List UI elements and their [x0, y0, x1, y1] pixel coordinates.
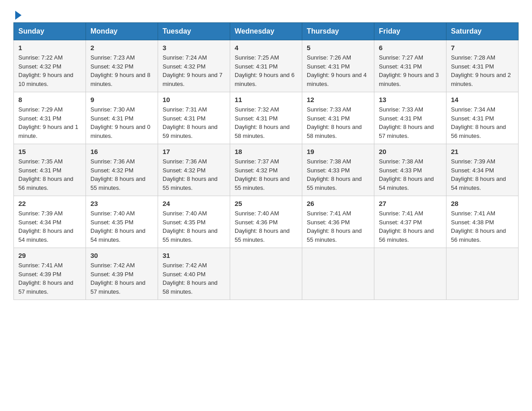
day-number: 25	[235, 200, 297, 207]
day-info: Sunrise: 7:40 AMSunset: 4:35 PMDaylight:…	[90, 209, 153, 244]
calendar-cell: 27Sunrise: 7:41 AMSunset: 4:37 PMDayligh…	[374, 196, 446, 248]
day-number: 4	[235, 44, 297, 51]
calendar-cell: 17Sunrise: 7:36 AMSunset: 4:32 PMDayligh…	[158, 144, 230, 196]
day-number: 2	[90, 44, 153, 51]
day-info: Sunrise: 7:30 AMSunset: 4:31 PMDaylight:…	[90, 105, 153, 140]
day-number: 30	[90, 252, 153, 259]
calendar-cell: 30Sunrise: 7:42 AMSunset: 4:39 PMDayligh…	[86, 248, 158, 300]
calendar-cell: 2Sunrise: 7:23 AMSunset: 4:32 PMDaylight…	[86, 40, 158, 92]
day-info: Sunrise: 7:27 AMSunset: 4:31 PMDaylight:…	[379, 53, 442, 88]
day-info: Sunrise: 7:42 AMSunset: 4:39 PMDaylight:…	[90, 261, 153, 296]
day-info: Sunrise: 7:33 AMSunset: 4:31 PMDaylight:…	[379, 105, 442, 140]
calendar-cell: 14Sunrise: 7:34 AMSunset: 4:31 PMDayligh…	[446, 92, 519, 144]
calendar-cell: 21Sunrise: 7:39 AMSunset: 4:34 PMDayligh…	[446, 144, 519, 196]
day-number: 3	[163, 44, 225, 51]
calendar-cell	[374, 248, 446, 300]
day-number: 27	[379, 200, 442, 207]
day-info: Sunrise: 7:39 AMSunset: 4:34 PMDaylight:…	[451, 157, 514, 192]
header-monday: Monday	[86, 23, 158, 40]
day-info: Sunrise: 7:28 AMSunset: 4:31 PMDaylight:…	[451, 53, 514, 88]
day-number: 24	[163, 200, 225, 207]
day-info: Sunrise: 7:41 AMSunset: 4:36 PMDaylight:…	[307, 209, 369, 244]
calendar-cell	[446, 248, 519, 300]
calendar-cell: 22Sunrise: 7:39 AMSunset: 4:34 PMDayligh…	[14, 196, 86, 248]
day-info: Sunrise: 7:26 AMSunset: 4:31 PMDaylight:…	[307, 53, 369, 88]
calendar-cell: 31Sunrise: 7:42 AMSunset: 4:40 PMDayligh…	[158, 248, 230, 300]
calendar-cell: 4Sunrise: 7:25 AMSunset: 4:31 PMDaylight…	[230, 40, 302, 92]
calendar-cell	[302, 248, 374, 300]
day-info: Sunrise: 7:39 AMSunset: 4:34 PMDaylight:…	[18, 209, 81, 244]
day-number: 26	[307, 200, 369, 207]
day-number: 7	[451, 44, 514, 51]
calendar-cell: 13Sunrise: 7:33 AMSunset: 4:31 PMDayligh…	[374, 92, 446, 144]
calendar-cell: 18Sunrise: 7:37 AMSunset: 4:32 PMDayligh…	[230, 144, 302, 196]
day-number: 20	[379, 148, 442, 155]
header-sunday: Sunday	[14, 23, 86, 40]
header-saturday: Saturday	[446, 23, 519, 40]
header-tuesday: Tuesday	[158, 23, 230, 40]
calendar-cell: 20Sunrise: 7:38 AMSunset: 4:33 PMDayligh…	[374, 144, 446, 196]
calendar-cell: 1Sunrise: 7:22 AMSunset: 4:32 PMDaylight…	[14, 40, 86, 92]
day-number: 31	[163, 252, 225, 259]
day-number: 1	[18, 44, 81, 51]
day-number: 18	[235, 148, 297, 155]
day-number: 28	[451, 200, 514, 207]
day-info: Sunrise: 7:29 AMSunset: 4:31 PMDaylight:…	[18, 105, 81, 140]
calendar-cell: 6Sunrise: 7:27 AMSunset: 4:31 PMDaylight…	[374, 40, 446, 92]
calendar-table: SundayMondayTuesdayWednesdayThursdayFrid…	[13, 22, 519, 300]
header-thursday: Thursday	[302, 23, 374, 40]
logo	[13, 9, 21, 18]
header-wednesday: Wednesday	[230, 23, 302, 40]
day-info: Sunrise: 7:25 AMSunset: 4:31 PMDaylight:…	[235, 53, 297, 88]
header-friday: Friday	[374, 23, 446, 40]
day-info: Sunrise: 7:24 AMSunset: 4:32 PMDaylight:…	[163, 53, 225, 88]
day-number: 10	[163, 96, 225, 103]
day-info: Sunrise: 7:40 AMSunset: 4:36 PMDaylight:…	[235, 209, 297, 244]
calendar-cell: 26Sunrise: 7:41 AMSunset: 4:36 PMDayligh…	[302, 196, 374, 248]
calendar-week-1: 1Sunrise: 7:22 AMSunset: 4:32 PMDaylight…	[14, 40, 519, 92]
calendar-cell: 8Sunrise: 7:29 AMSunset: 4:31 PMDaylight…	[14, 92, 86, 144]
day-info: Sunrise: 7:34 AMSunset: 4:31 PMDaylight:…	[451, 105, 514, 140]
day-number: 9	[90, 96, 153, 103]
day-info: Sunrise: 7:38 AMSunset: 4:33 PMDaylight:…	[307, 157, 369, 192]
day-number: 5	[307, 44, 369, 51]
day-info: Sunrise: 7:37 AMSunset: 4:32 PMDaylight:…	[235, 157, 297, 192]
day-number: 16	[90, 148, 153, 155]
calendar-cell: 23Sunrise: 7:40 AMSunset: 4:35 PMDayligh…	[86, 196, 158, 248]
day-info: Sunrise: 7:32 AMSunset: 4:31 PMDaylight:…	[235, 105, 297, 140]
calendar-cell: 16Sunrise: 7:36 AMSunset: 4:32 PMDayligh…	[86, 144, 158, 196]
day-info: Sunrise: 7:41 AMSunset: 4:39 PMDaylight:…	[18, 261, 81, 296]
calendar-cell: 12Sunrise: 7:33 AMSunset: 4:31 PMDayligh…	[302, 92, 374, 144]
day-info: Sunrise: 7:22 AMSunset: 4:32 PMDaylight:…	[18, 53, 81, 88]
day-info: Sunrise: 7:23 AMSunset: 4:32 PMDaylight:…	[90, 53, 153, 88]
day-number: 22	[18, 200, 81, 207]
day-number: 15	[18, 148, 81, 155]
calendar-cell	[230, 248, 302, 300]
day-info: Sunrise: 7:40 AMSunset: 4:35 PMDaylight:…	[163, 209, 225, 244]
day-info: Sunrise: 7:38 AMSunset: 4:33 PMDaylight:…	[379, 157, 442, 192]
day-number: 8	[18, 96, 81, 103]
calendar-week-2: 8Sunrise: 7:29 AMSunset: 4:31 PMDaylight…	[14, 92, 519, 144]
calendar-week-4: 22Sunrise: 7:39 AMSunset: 4:34 PMDayligh…	[14, 196, 519, 248]
calendar-cell: 28Sunrise: 7:41 AMSunset: 4:38 PMDayligh…	[446, 196, 519, 248]
page-header	[13, 9, 519, 18]
day-number: 13	[379, 96, 442, 103]
day-number: 12	[307, 96, 369, 103]
calendar-cell: 15Sunrise: 7:35 AMSunset: 4:31 PMDayligh…	[14, 144, 86, 196]
day-number: 11	[235, 96, 297, 103]
day-number: 23	[90, 200, 153, 207]
calendar-header-row: SundayMondayTuesdayWednesdayThursdayFrid…	[14, 23, 519, 40]
day-info: Sunrise: 7:41 AMSunset: 4:38 PMDaylight:…	[451, 209, 514, 244]
day-info: Sunrise: 7:36 AMSunset: 4:32 PMDaylight:…	[90, 157, 153, 192]
day-info: Sunrise: 7:36 AMSunset: 4:32 PMDaylight:…	[163, 157, 225, 192]
day-info: Sunrise: 7:41 AMSunset: 4:37 PMDaylight:…	[379, 209, 442, 244]
day-number: 6	[379, 44, 442, 51]
day-number: 19	[307, 148, 369, 155]
calendar-cell: 10Sunrise: 7:31 AMSunset: 4:31 PMDayligh…	[158, 92, 230, 144]
calendar-week-3: 15Sunrise: 7:35 AMSunset: 4:31 PMDayligh…	[14, 144, 519, 196]
day-info: Sunrise: 7:31 AMSunset: 4:31 PMDaylight:…	[163, 105, 225, 140]
logo-arrow-icon	[15, 11, 21, 20]
calendar-cell: 25Sunrise: 7:40 AMSunset: 4:36 PMDayligh…	[230, 196, 302, 248]
calendar-cell: 29Sunrise: 7:41 AMSunset: 4:39 PMDayligh…	[14, 248, 86, 300]
day-number: 17	[163, 148, 225, 155]
